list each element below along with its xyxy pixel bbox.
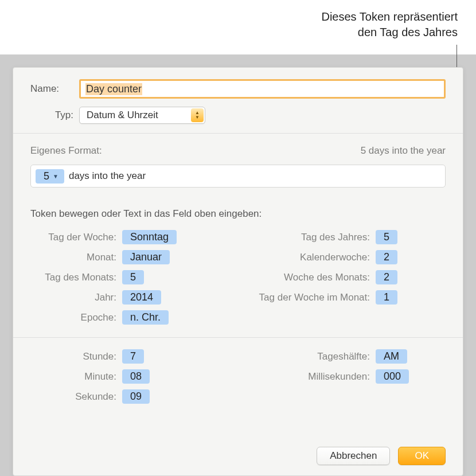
annotation-line2: den Tag des Jahres: [358, 26, 458, 38]
token-label-minute: Minute:: [30, 371, 122, 383]
token-year[interactable]: 2014: [122, 290, 161, 305]
type-label: Typ:: [30, 110, 79, 121]
token-second[interactable]: 09: [122, 389, 150, 404]
token-ampm[interactable]: AM: [376, 349, 407, 364]
token-label-day-of-year: Tag des Jahres:: [247, 232, 376, 243]
time-tokens-right-col: Tageshälfte:AM Millisekunden:000: [247, 349, 446, 409]
token-label-week-of-month: Woche des Monats:: [247, 272, 376, 283]
token-label-day-of-month: Tag des Monats:: [30, 272, 122, 283]
format-preview: 5 days into the year: [361, 145, 446, 157]
token-week-of-month[interactable]: 2: [376, 270, 397, 284]
token-label-milliseconds: Millisekunden:: [247, 371, 376, 383]
type-select-value: Datum & Uhrzeit: [87, 110, 158, 121]
time-tokens-left-col: Stunde:7 Minute:08 Sekunde:09: [30, 349, 229, 409]
token-weekday-in-month[interactable]: 1: [376, 290, 397, 305]
token-day-of-month[interactable]: 5: [122, 270, 144, 284]
annotation-line1: Dieses Token repräsentiert: [321, 10, 458, 23]
token-label-era: Epoche:: [30, 312, 122, 323]
token-label-weekday: Tag der Woche:: [30, 232, 122, 243]
token-month[interactable]: Januar: [122, 250, 170, 264]
token-label-calendar-week: Kalenderwoche:: [247, 252, 376, 263]
format-trailing-text: days into the year: [69, 170, 146, 182]
ok-button[interactable]: OK: [398, 447, 446, 465]
token-label-ampm: Tageshälfte:: [247, 351, 376, 362]
name-input-value: Day counter: [85, 83, 142, 95]
dropdown-stepper-icon: ▲▼: [191, 108, 204, 122]
instruction-text: Token bewegen oder Text in das Feld oben…: [30, 208, 446, 220]
token-milliseconds[interactable]: 000: [376, 369, 409, 384]
token-minute[interactable]: 08: [122, 369, 150, 384]
cancel-button[interactable]: Abbrechen: [317, 447, 390, 465]
format-token-day-of-year[interactable]: 5 ▼: [36, 169, 64, 184]
chevron-down-icon: ▼: [53, 173, 58, 180]
format-section: Eigenes Format: 5 days into the year 5 ▼…: [13, 133, 463, 194]
format-label: Eigenes Format:: [30, 145, 102, 157]
token-label-year: Jahr:: [30, 292, 122, 303]
token-calendar-week[interactable]: 2: [376, 250, 397, 264]
time-tokens-section: Stunde:7 Minute:08 Sekunde:09 Tageshälft…: [13, 337, 463, 416]
token-era[interactable]: n. Chr.: [122, 310, 169, 325]
name-label: Name:: [30, 83, 79, 95]
token-label-hour: Stunde:: [30, 351, 122, 362]
custom-format-dialog: Name: Day counter Typ: Datum & Uhrzeit ▲…: [13, 67, 463, 476]
token-day-of-year[interactable]: 5: [376, 230, 397, 244]
date-tokens-right-col: Tag des Jahres:5 Kalenderwoche:2 Woche d…: [247, 230, 446, 330]
dialog-backdrop: Name: Day counter Typ: Datum & Uhrzeit ▲…: [0, 54, 476, 476]
annotation-text: Dieses Token repräsentiert den Tag des J…: [321, 9, 458, 40]
token-label-second: Sekunde:: [30, 391, 122, 403]
token-label-month: Monat:: [30, 252, 122, 263]
date-tokens-section: Token bewegen oder Text in das Feld oben…: [13, 194, 463, 337]
token-weekday[interactable]: Sonntag: [122, 230, 177, 244]
name-input[interactable]: Day counter: [79, 79, 446, 99]
annotation-callout: Dieses Token repräsentiert den Tag des J…: [0, 0, 476, 54]
type-select[interactable]: Datum & Uhrzeit ▲▼: [79, 107, 205, 124]
date-tokens-left-col: Tag der Woche:Sonntag Monat:Januar Tag d…: [30, 230, 229, 330]
button-row: Abbrechen OK: [317, 447, 446, 465]
header-section: Name: Day counter Typ: Datum & Uhrzeit ▲…: [13, 68, 463, 133]
format-token-value: 5: [44, 170, 49, 182]
token-hour[interactable]: 7: [122, 349, 144, 364]
token-label-weekday-in-month: Tag der Woche im Monat:: [247, 292, 376, 303]
format-field[interactable]: 5 ▼ days into the year: [30, 165, 446, 188]
